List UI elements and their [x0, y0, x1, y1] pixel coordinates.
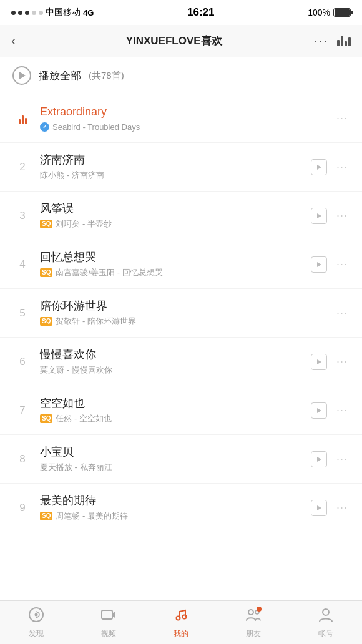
- song-meta: 刘珂矣 - 半壶纱: [56, 218, 112, 230]
- song-item[interactable]: 7空空如也SQ任然 - 空空如也···: [0, 386, 362, 435]
- mv-button[interactable]: [311, 451, 327, 467]
- more-button[interactable]: ···: [333, 501, 351, 514]
- song-title: 回忆总想哭: [40, 250, 305, 265]
- more-button[interactable]: ···: [333, 209, 351, 222]
- more-button[interactable]: ···: [333, 452, 351, 466]
- song-title: 慢慢喜欢你: [40, 348, 305, 362]
- song-title: 陪你环游世界: [40, 299, 327, 313]
- song-actions: ···: [333, 306, 351, 320]
- eq-bar-3: [345, 41, 347, 46]
- signal-dot-1: [11, 11, 16, 15]
- song-subtitle: SQ南宫嘉骏/姜玉阳 - 回忆总想哭: [40, 267, 305, 278]
- play-all-icon[interactable]: [12, 66, 31, 85]
- song-title: 风筝误: [40, 202, 305, 216]
- more-button[interactable]: ···: [333, 404, 351, 417]
- more-button[interactable]: ···: [333, 355, 351, 368]
- song-actions: ···: [311, 159, 351, 175]
- play-all-bar[interactable]: 播放全部 (共78首): [0, 57, 362, 94]
- tab-account[interactable]: 帐号: [290, 607, 362, 639]
- song-info: 陪你环游世界SQ贺敬轩 - 陪你环游世界: [34, 299, 333, 327]
- more-button[interactable]: ···: [333, 160, 351, 173]
- tab-mine[interactable]: 我的: [145, 607, 217, 639]
- song-item[interactable]: 9最美的期待SQ周笔畅 - 最美的期待···: [0, 484, 362, 532]
- song-number-col: 9: [11, 502, 34, 514]
- network-label: 4G: [83, 8, 94, 17]
- svg-rect-2: [102, 610, 112, 619]
- more-button[interactable]: ···: [333, 112, 351, 125]
- tab-mine-label: 我的: [174, 628, 188, 639]
- song-info: 小宝贝夏天播放 - 私奔丽江: [34, 445, 311, 473]
- song-info: 风筝误SQ刘珂矣 - 半壶纱: [34, 202, 311, 230]
- more-options-button[interactable]: ···: [314, 34, 328, 48]
- svg-point-5: [183, 615, 187, 618]
- signal-dot-5: [39, 11, 43, 15]
- tab-bar: 发现 视频 我的 朋: [0, 600, 362, 644]
- mv-button[interactable]: [311, 402, 327, 419]
- battery-label: 100%: [308, 7, 330, 17]
- song-item[interactable]: 4回忆总想哭SQ南宫嘉骏/姜玉阳 - 回忆总想哭···: [0, 240, 362, 289]
- mv-button[interactable]: [311, 354, 327, 370]
- svg-point-6: [248, 610, 253, 615]
- sd-badge: SQ: [40, 268, 52, 277]
- more-button[interactable]: ···: [333, 306, 351, 320]
- svg-point-1: [35, 613, 38, 616]
- song-number-col: 2: [11, 161, 34, 173]
- song-actions: ···: [311, 208, 351, 224]
- svg-point-8: [323, 609, 329, 615]
- song-item[interactable]: 5陪你环游世界SQ贺敬轩 - 陪你环游世界···: [0, 289, 362, 338]
- tab-discover[interactable]: 发现: [0, 607, 72, 639]
- mv-button[interactable]: [311, 208, 327, 224]
- battery-fill: [335, 9, 350, 16]
- play-all-count: (共78首): [89, 70, 124, 82]
- song-meta: 贺敬轩 - 陪你环游世界: [56, 316, 136, 327]
- equalizer-icon[interactable]: [337, 36, 351, 46]
- song-info: 回忆总想哭SQ南宫嘉骏/姜玉阳 - 回忆总想哭: [34, 250, 311, 278]
- signal-dot-3: [25, 11, 29, 15]
- song-subtitle: Seabird - Troubled Days: [40, 122, 327, 132]
- song-meta: 莫文蔚 - 慢慢喜欢你: [40, 364, 112, 376]
- song-meta: 陈小熊 - 济南济南: [40, 170, 104, 181]
- song-number-col: 3: [11, 210, 34, 222]
- more-button[interactable]: ···: [333, 258, 351, 271]
- song-actions: ···: [311, 354, 351, 370]
- discover-icon: [28, 607, 44, 627]
- back-button[interactable]: ‹: [11, 33, 34, 49]
- song-actions: ···: [311, 500, 351, 516]
- song-number-col: 8: [11, 453, 34, 466]
- mv-button[interactable]: [311, 500, 327, 516]
- song-item[interactable]: 2济南济南陈小熊 - 济南济南···: [0, 143, 362, 192]
- song-meta: 南宫嘉骏/姜玉阳 - 回忆总想哭: [56, 267, 162, 278]
- song-number-col: 4: [11, 258, 34, 271]
- status-bar: 中国移动 4G 16:21 100%: [0, 0, 362, 25]
- song-meta: 周笔畅 - 最美的期待: [56, 510, 128, 522]
- speaker-bar-2: [22, 115, 24, 124]
- tab-video[interactable]: 视频: [72, 607, 145, 639]
- song-subtitle: SQ任然 - 空空如也: [40, 413, 305, 424]
- verified-badge: [40, 122, 49, 132]
- tab-friends[interactable]: 朋友: [217, 607, 290, 639]
- song-list: ExtraordinarySeabird - Troubled Days···2…: [0, 94, 362, 532]
- song-item[interactable]: 8小宝贝夏天播放 - 私奔丽江···: [0, 435, 362, 484]
- sd-badge: SQ: [40, 317, 52, 326]
- music-icon: [173, 607, 189, 627]
- song-title: 最美的期待: [40, 494, 305, 508]
- song-subtitle: 莫文蔚 - 慢慢喜欢你: [40, 364, 305, 376]
- song-number-col: 7: [11, 404, 34, 417]
- song-item[interactable]: 3风筝误SQ刘珂矣 - 半壶纱···: [0, 192, 362, 240]
- mv-button[interactable]: [311, 159, 327, 175]
- account-icon: [318, 607, 334, 627]
- svg-point-4: [177, 616, 180, 620]
- song-number-col: [11, 113, 34, 124]
- song-number-col: 6: [11, 356, 34, 368]
- song-title: Extraordinary: [40, 105, 327, 119]
- song-subtitle: 陈小熊 - 济南济南: [40, 170, 305, 181]
- carrier-label: 中国移动: [46, 7, 81, 18]
- song-info: 慢慢喜欢你莫文蔚 - 慢慢喜欢你: [34, 348, 311, 376]
- mv-button[interactable]: [311, 256, 327, 273]
- nav-bar: ‹ YINXUEFLOVE喜欢 ···: [0, 25, 362, 57]
- song-actions: ···: [333, 112, 351, 125]
- song-item[interactable]: 6慢慢喜欢你莫文蔚 - 慢慢喜欢你···: [0, 338, 362, 386]
- signal-dot-4: [32, 11, 36, 15]
- nav-right: ···: [314, 34, 351, 48]
- song-item[interactable]: ExtraordinarySeabird - Troubled Days···: [0, 94, 362, 143]
